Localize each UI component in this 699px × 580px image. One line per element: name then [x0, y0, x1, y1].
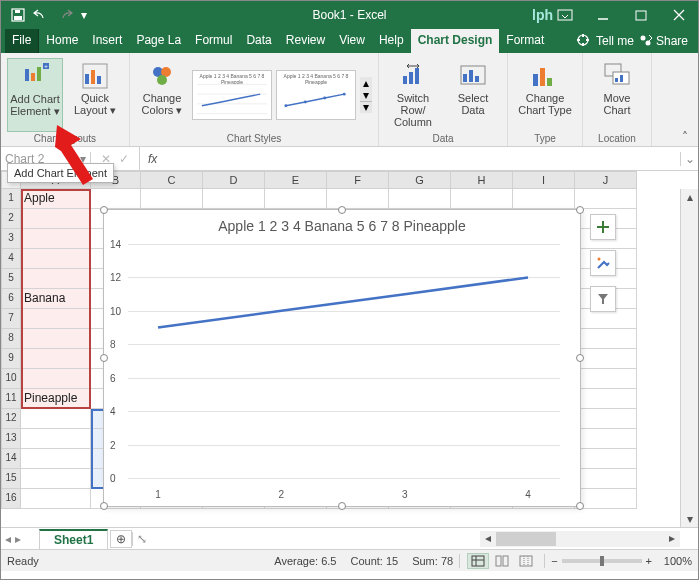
move-chart-button[interactable]: Move Chart	[589, 58, 645, 132]
rowhead-12[interactable]: 12	[1, 409, 21, 429]
cell[interactable]	[451, 189, 513, 209]
cell[interactable]	[575, 429, 637, 449]
tab-page-layout[interactable]: Page La	[129, 29, 188, 53]
rowhead-7[interactable]: 7	[1, 309, 21, 329]
cell[interactable]	[203, 189, 265, 209]
rowhead-5[interactable]: 5	[1, 269, 21, 289]
chart-style-2[interactable]: Apple 1 2 3 4 Banana 5 6 7 8 Pineapple	[276, 70, 356, 120]
colhead-D[interactable]: D	[203, 171, 265, 189]
chart-elements-button[interactable]	[590, 214, 616, 240]
rowhead-6[interactable]: 6	[1, 289, 21, 309]
colhead-J[interactable]: J	[575, 171, 637, 189]
tab-formulas[interactable]: Formul	[188, 29, 239, 53]
add-chart-element-button[interactable]: + Add Chart Element ▾	[7, 58, 63, 132]
maximize-button[interactable]	[622, 1, 660, 29]
share-button[interactable]: Share	[640, 34, 688, 49]
minimize-button[interactable]	[584, 1, 622, 29]
horizontal-scrollbar[interactable]: ◂▸	[480, 531, 680, 547]
rowhead-10[interactable]: 10	[1, 369, 21, 389]
cell[interactable]	[575, 349, 637, 369]
colhead-E[interactable]: E	[265, 171, 327, 189]
sheet-nav-prev[interactable]: ◂	[1, 532, 15, 546]
view-page-layout-icon[interactable]	[491, 553, 513, 569]
view-normal-icon[interactable]	[467, 553, 489, 569]
tab-data[interactable]: Data	[239, 29, 278, 53]
close-button[interactable]	[660, 1, 698, 29]
tab-review[interactable]: Review	[279, 29, 332, 53]
tellme-label[interactable]: Tell me	[596, 34, 634, 48]
cell[interactable]	[21, 469, 91, 489]
cell[interactable]	[21, 309, 91, 329]
cell[interactable]	[575, 329, 637, 349]
cell[interactable]	[21, 489, 91, 509]
rowhead-14[interactable]: 14	[1, 449, 21, 469]
cell[interactable]	[575, 469, 637, 489]
cell[interactable]: Banana	[21, 289, 91, 309]
colhead-C[interactable]: C	[141, 171, 203, 189]
tab-format[interactable]: Format	[499, 29, 551, 53]
cell[interactable]	[575, 309, 637, 329]
fx-label[interactable]: fx	[140, 152, 165, 166]
cell[interactable]	[265, 189, 327, 209]
tab-view[interactable]: View	[332, 29, 372, 53]
ribbon-options-icon[interactable]	[546, 1, 584, 29]
cell[interactable]	[21, 249, 91, 269]
rowhead-11[interactable]: 11	[1, 389, 21, 409]
style-scroll-down[interactable]: ▾	[360, 89, 372, 101]
sheet-tab-sheet1[interactable]: Sheet1	[39, 529, 108, 549]
save-icon[interactable]	[11, 8, 25, 22]
cell[interactable]	[575, 449, 637, 469]
rowhead-4[interactable]: 4	[1, 249, 21, 269]
cell[interactable]	[575, 189, 637, 209]
colhead-H[interactable]: H	[451, 171, 513, 189]
cell[interactable]	[327, 189, 389, 209]
vertical-scrollbar[interactable]: ▴ ▾	[680, 189, 698, 527]
zoom-slider[interactable]	[562, 559, 642, 563]
chart-filters-button[interactable]	[590, 286, 616, 312]
formula-input[interactable]	[165, 147, 680, 170]
change-chart-type-button[interactable]: Change Chart Type	[514, 58, 576, 132]
colhead-F[interactable]: F	[327, 171, 389, 189]
select-data-button[interactable]: Select Data	[445, 58, 501, 132]
cell[interactable]	[21, 409, 91, 429]
zoom-in-icon[interactable]: +	[646, 555, 652, 567]
cell[interactable]	[21, 229, 91, 249]
redo-icon[interactable]	[57, 8, 73, 22]
tab-home[interactable]: Home	[39, 29, 85, 53]
view-page-break-icon[interactable]	[515, 553, 537, 569]
style-dropdown[interactable]: ▾	[360, 101, 372, 113]
zoom-control[interactable]: − + 100%	[551, 555, 692, 567]
quick-layout-button[interactable]: Quick Layout ▾	[67, 58, 123, 132]
chart-plot-area[interactable]: 141210864201234	[128, 244, 560, 486]
cell[interactable]	[21, 329, 91, 349]
cell[interactable]	[141, 189, 203, 209]
rowhead-2[interactable]: 2	[1, 209, 21, 229]
cell[interactable]	[575, 369, 637, 389]
tab-insert[interactable]: Insert	[85, 29, 129, 53]
change-colors-button[interactable]: Change Colors ▾	[136, 58, 188, 132]
rowhead-16[interactable]: 16	[1, 489, 21, 509]
zoom-level[interactable]: 100%	[656, 555, 692, 567]
colhead-G[interactable]: G	[389, 171, 451, 189]
cell[interactable]	[513, 189, 575, 209]
vscroll-down[interactable]: ▾	[681, 511, 698, 527]
ribbon-collapse-icon[interactable]: ˄	[678, 130, 692, 146]
tab-help[interactable]: Help	[372, 29, 411, 53]
cell[interactable]	[21, 369, 91, 389]
tab-chart-design[interactable]: Chart Design	[411, 29, 500, 53]
rowhead-1[interactable]: 1	[1, 189, 21, 209]
tab-file[interactable]: File	[5, 29, 39, 53]
rowhead-15[interactable]: 15	[1, 469, 21, 489]
new-sheet-button[interactable]: ⊕	[110, 530, 132, 548]
cell[interactable]: Apple	[21, 189, 91, 209]
cell[interactable]	[91, 189, 141, 209]
formula-expand-icon[interactable]: ⌄	[680, 152, 698, 166]
cell[interactable]	[21, 429, 91, 449]
colhead-I[interactable]: I	[513, 171, 575, 189]
switch-row-column-button[interactable]: Switch Row/ Column	[385, 58, 441, 132]
zoom-out-icon[interactable]: −	[551, 555, 557, 567]
cell[interactable]	[21, 449, 91, 469]
tellme-icon[interactable]	[576, 33, 590, 50]
rowhead-13[interactable]: 13	[1, 429, 21, 449]
rowhead-3[interactable]: 3	[1, 229, 21, 249]
